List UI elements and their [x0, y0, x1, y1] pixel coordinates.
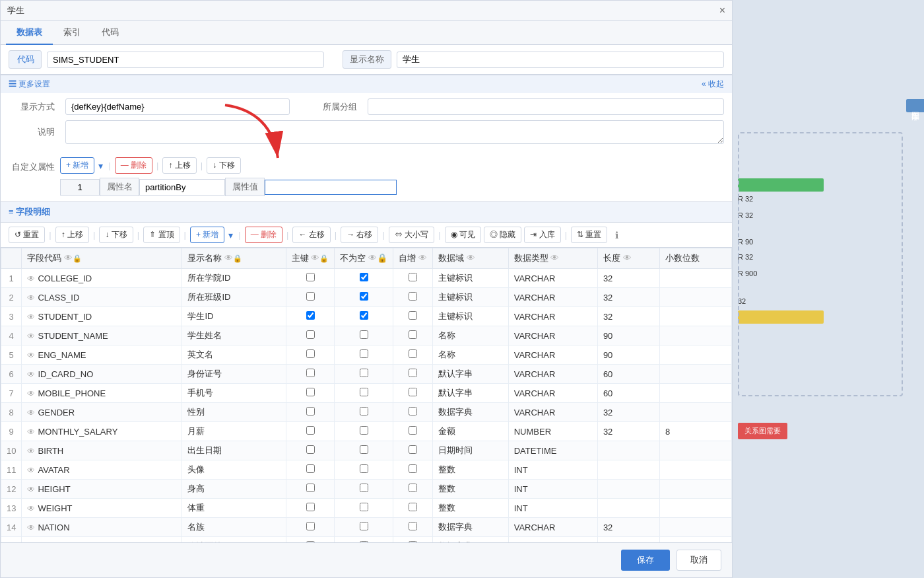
eye-icon-9[interactable]: 👁 — [27, 447, 35, 456]
autoincr-checkbox-4[interactable] — [409, 349, 417, 358]
add-attr-button[interactable]: + 新增 — [60, 157, 94, 174]
autoincr-checkbox-6[interactable] — [409, 388, 417, 396]
notnull-checkbox-0[interactable] — [360, 273, 368, 281]
cell-num: 13 — [1, 499, 22, 518]
down-button[interactable]: ↓ 下移 — [99, 227, 133, 243]
up-button[interactable]: ↑ 上移 — [55, 227, 89, 243]
autoincr-checkbox-3[interactable] — [409, 330, 417, 339]
eye-icon-12[interactable]: 👁 — [27, 504, 35, 513]
left-button[interactable]: ← 左移 — [292, 227, 330, 243]
notnull-checkbox-12[interactable] — [360, 503, 368, 511]
autoincr-checkbox-1[interactable] — [409, 292, 417, 301]
pk-checkbox-6[interactable] — [306, 388, 315, 396]
enter-button[interactable]: ⇥ 入库 — [524, 227, 560, 243]
eye-icon-10[interactable]: 👁 — [27, 466, 35, 475]
notnull-checkbox-10[interactable] — [360, 464, 368, 473]
add-field-dropdown-icon[interactable]: ▾ — [227, 230, 234, 240]
eye-icon-2[interactable]: 👁 — [27, 312, 35, 322]
eye-icon-5[interactable]: 👁 — [27, 370, 35, 379]
notnull-checkbox-5[interactable] — [360, 369, 368, 377]
notnull-checkbox-9[interactable] — [360, 445, 368, 454]
notnull-checkbox-4[interactable] — [360, 349, 368, 358]
up-attr-button[interactable]: ↑ 上移 — [162, 157, 196, 174]
notnull-checkbox-2[interactable] — [360, 311, 368, 320]
eye-icon-7[interactable]: 👁 — [27, 408, 35, 417]
autoincr-checkbox-8[interactable] — [409, 426, 417, 435]
cell-pk — [286, 422, 335, 441]
pk-checkbox-12[interactable] — [306, 503, 315, 511]
pk-checkbox-11[interactable] — [306, 484, 315, 492]
pk-checkbox-1[interactable] — [306, 292, 315, 301]
group-input[interactable] — [368, 98, 724, 115]
eye-icon-11[interactable]: 👁 — [27, 485, 35, 494]
delete-field-button[interactable]: — 删除 — [245, 227, 282, 243]
pk-checkbox-0[interactable] — [306, 273, 315, 281]
save-button[interactable]: 保存 — [621, 550, 670, 571]
code-tab-button[interactable]: 代码 — [9, 50, 42, 69]
autoincr-checkbox-12[interactable] — [409, 503, 417, 511]
pk-checkbox-13[interactable] — [306, 522, 315, 530]
down-attr-button[interactable]: ↓ 下移 — [207, 157, 240, 174]
pk-checkbox-7[interactable] — [306, 407, 315, 415]
top-button[interactable]: ⇑ 置顶 — [143, 227, 180, 243]
size-button[interactable]: ⇔ 大小写 — [389, 227, 434, 243]
info-button[interactable]: ℹ — [610, 228, 624, 242]
autoincr-checkbox-11[interactable] — [409, 484, 417, 492]
pk-checkbox-5[interactable] — [306, 369, 315, 377]
tab-code[interactable]: 代码 — [91, 21, 129, 45]
pk-checkbox-9[interactable] — [306, 445, 315, 454]
hide-button[interactable]: ◎ 隐藏 — [484, 227, 521, 243]
pk-checkbox-3[interactable] — [306, 330, 315, 339]
eye-icon-0[interactable]: 👁 — [27, 274, 35, 283]
notnull-checkbox-7[interactable] — [360, 407, 368, 415]
sidebar-tab-button[interactable]: 图字段库 — [906, 99, 924, 112]
add-dropdown-icon[interactable]: ▾ — [97, 161, 104, 171]
relation-button[interactable]: 关系图需要 — [738, 423, 787, 439]
eye-icon-8[interactable]: 👁 — [27, 427, 35, 437]
display-input[interactable] — [397, 52, 724, 68]
close-button[interactable]: × — [719, 5, 725, 17]
cell-decimal — [660, 537, 732, 543]
more-settings-link[interactable]: ☰ 更多设置 — [9, 79, 50, 90]
eye-icon-4[interactable]: 👁 — [27, 351, 35, 360]
tab-index[interactable]: 索引 — [53, 21, 91, 45]
notnull-checkbox-3[interactable] — [360, 330, 368, 339]
attr-row-num: 1 — [60, 179, 100, 196]
eye-icon-13[interactable]: 👁 — [27, 523, 35, 532]
reorder-button[interactable]: ⇅ 重置 — [571, 227, 607, 243]
display-mode-input[interactable] — [65, 98, 290, 115]
eye-icon-1[interactable]: 👁 — [27, 293, 35, 303]
pk-checkbox-8[interactable] — [306, 426, 315, 435]
notnull-checkbox-1[interactable] — [360, 292, 368, 301]
cell-decimal — [660, 518, 732, 537]
notnull-checkbox-6[interactable] — [360, 388, 368, 396]
cancel-button[interactable]: 取消 — [676, 550, 721, 571]
pk-checkbox-10[interactable] — [306, 464, 315, 473]
cell-domain: 主键标识 — [433, 269, 509, 288]
attr-value-input[interactable] — [265, 180, 397, 195]
autoincr-checkbox-10[interactable] — [409, 464, 417, 473]
autoincr-checkbox-7[interactable] — [409, 407, 417, 415]
description-textarea[interactable] — [65, 120, 724, 144]
code-input[interactable] — [47, 52, 324, 68]
eye-icon-3[interactable]: 👁 — [27, 332, 35, 341]
pk-checkbox-2[interactable] — [306, 311, 315, 320]
pk-checkbox-4[interactable] — [306, 349, 315, 358]
right-button[interactable]: → 右移 — [341, 227, 378, 243]
autoincr-checkbox-13[interactable] — [409, 522, 417, 530]
delete-attr-button[interactable]: — 删除 — [115, 157, 152, 174]
collapse-link[interactable]: « 收起 — [702, 79, 724, 90]
autoincr-checkbox-5[interactable] — [409, 369, 417, 377]
autoincr-checkbox-0[interactable] — [409, 273, 417, 281]
notnull-checkbox-8[interactable] — [360, 426, 368, 435]
autoincr-checkbox-9[interactable] — [409, 445, 417, 454]
tab-table[interactable]: 数据表 — [6, 21, 53, 45]
notnull-checkbox-13[interactable] — [360, 522, 368, 530]
add-field-button[interactable]: + 新增 — [190, 227, 224, 243]
reset-button[interactable]: ↺ 重置 — [9, 227, 45, 243]
eye-icon-6[interactable]: 👁 — [27, 389, 35, 398]
visible-button[interactable]: ◉ 可见 — [445, 227, 481, 243]
notnull-checkbox-11[interactable] — [360, 484, 368, 492]
autoincr-checkbox-2[interactable] — [409, 311, 417, 320]
cell-code: 👁MOBILE_PHONE — [22, 384, 182, 403]
